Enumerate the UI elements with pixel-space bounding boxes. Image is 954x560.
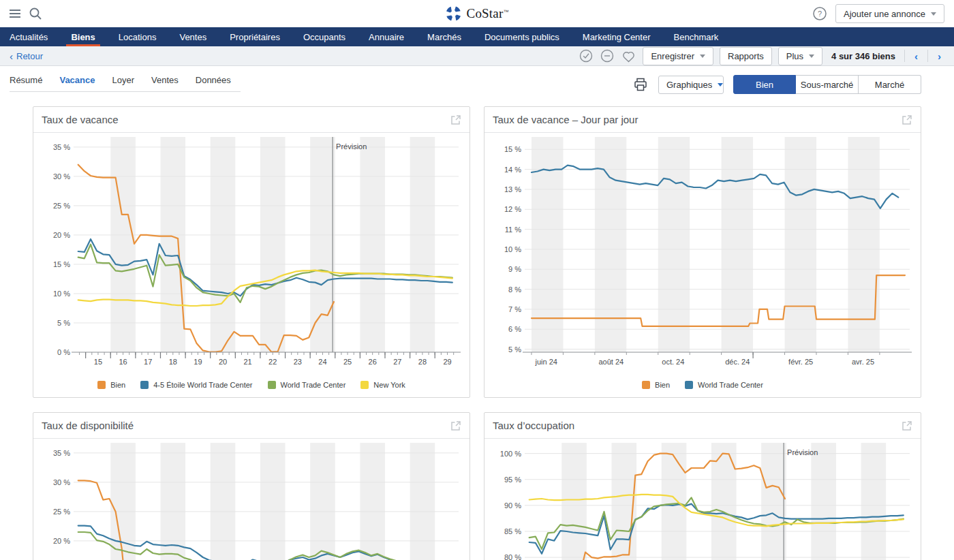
svg-text:24: 24 xyxy=(318,358,326,366)
svg-text:26: 26 xyxy=(369,358,377,366)
chart-title: Taux de disponibilité xyxy=(42,420,134,431)
nav-item-proprietaires[interactable]: Propriétaires xyxy=(218,27,292,46)
chevron-down-icon xyxy=(809,55,814,58)
nav-item-ventes[interactable]: Ventes xyxy=(168,27,218,46)
svg-text:17: 17 xyxy=(144,358,152,366)
svg-text:10 %: 10 % xyxy=(504,245,521,253)
panel-taux-occupation: Taux d’occupation 65 %70 %75 %80 %85 %90… xyxy=(484,412,921,560)
legend-label: Bien xyxy=(655,381,670,389)
tabs-row: Résumé Vacance Loyer Ventes Données Grap… xyxy=(0,66,954,98)
scope-segmented-control: Bien Sous-marché Marché xyxy=(733,75,921,94)
legend-item[interactable]: Bien xyxy=(642,381,670,389)
svg-text:30 %: 30 % xyxy=(53,172,70,181)
svg-text:19: 19 xyxy=(194,358,202,366)
expand-external-link-icon[interactable] xyxy=(902,420,912,431)
expand-external-link-icon[interactable] xyxy=(902,114,912,125)
svg-text:5 %: 5 % xyxy=(57,319,70,327)
svg-text:9 %: 9 % xyxy=(508,265,521,273)
tab-loyer[interactable]: Loyer xyxy=(112,75,134,85)
chevron-left-icon: ‹ xyxy=(10,51,13,61)
chevron-down-icon xyxy=(700,55,705,58)
svg-text:7 %: 7 % xyxy=(508,305,521,313)
charts-grid: Taux de vacance 0 %5 %10 %15 %20 %25 %30… xyxy=(0,98,954,560)
nav-item-biens[interactable]: Biens xyxy=(59,27,106,46)
chart-legend: Bien4-5 Étoile World Trade CenterWorld T… xyxy=(33,374,470,396)
nav-item-benchmark[interactable]: Benchmark xyxy=(662,27,730,46)
svg-text:Prévision: Prévision xyxy=(336,142,367,151)
segment-marche[interactable]: Marché xyxy=(859,75,921,94)
confirm-circle-icon[interactable] xyxy=(579,48,594,63)
divider xyxy=(927,50,928,62)
legend-item[interactable]: World Trade Center xyxy=(268,381,346,389)
svg-text:21: 21 xyxy=(244,358,252,366)
expand-external-link-icon[interactable] xyxy=(450,114,461,125)
record-toolbar: ‹ Retour Enregistrer Rapports Plus xyxy=(0,46,954,66)
reports-button[interactable]: Rapports xyxy=(720,47,772,65)
svg-text:16: 16 xyxy=(119,358,127,366)
costar-logo-mark xyxy=(446,5,462,22)
panel-taux-de-vacance: Taux de vacance 0 %5 %10 %15 %20 %25 %30… xyxy=(33,106,470,398)
back-link[interactable]: ‹ Retour xyxy=(10,51,43,61)
nav-item-marches[interactable]: Marchés xyxy=(416,27,473,46)
more-button[interactable]: Plus xyxy=(778,47,822,65)
exclude-circle-icon[interactable] xyxy=(600,48,615,63)
tab-resume[interactable]: Résumé xyxy=(10,75,42,85)
vacancy-rate-chart: 0 %5 %10 %15 %20 %25 %30 %35 %Prévision1… xyxy=(33,134,470,371)
next-record-button[interactable]: › xyxy=(934,51,944,61)
nav-item-actualites[interactable]: Actualités xyxy=(10,27,59,46)
svg-text:20: 20 xyxy=(219,358,227,366)
favorite-heart-icon[interactable] xyxy=(621,49,636,63)
legend-label: New York xyxy=(373,381,405,389)
expand-external-link-icon[interactable] xyxy=(450,420,461,431)
nav-item-documents-publics[interactable]: Documents publics xyxy=(473,27,571,46)
search-icon[interactable] xyxy=(29,7,42,20)
svg-text:10 %: 10 % xyxy=(53,290,70,298)
nav-item-marketing-center[interactable]: Marketing Center xyxy=(571,27,662,46)
nav-item-locations[interactable]: Locations xyxy=(107,27,168,46)
segment-bien[interactable]: Bien xyxy=(733,75,796,94)
help-icon[interactable]: ? xyxy=(812,6,827,21)
panel-taux-de-disponibilite: Taux de disponibilité 0 %5 %10 %15 %20 %… xyxy=(33,412,470,560)
previous-record-button[interactable]: ‹ xyxy=(911,51,921,61)
svg-text:35 %: 35 % xyxy=(53,143,70,151)
add-listing-button[interactable]: Ajouter une annonce xyxy=(835,4,944,23)
segment-sous-marche[interactable]: Sous-marché xyxy=(796,75,859,94)
brand-name: CoStar xyxy=(467,6,504,20)
costar-logo: CoStar™ xyxy=(446,5,509,22)
save-button[interactable]: Enregistrer xyxy=(643,47,713,65)
svg-text:95 %: 95 % xyxy=(504,476,521,484)
nav-item-occupants[interactable]: Occupants xyxy=(292,27,357,46)
svg-text:12 %: 12 % xyxy=(504,205,521,213)
svg-text:8 %: 8 % xyxy=(508,285,521,294)
svg-text:28: 28 xyxy=(418,358,427,366)
legend-color-chip xyxy=(140,381,149,389)
legend-color-chip xyxy=(360,381,369,389)
nav-item-annuaire[interactable]: Annuaire xyxy=(357,27,416,46)
legend-label: Bien xyxy=(110,381,125,389)
legend-item[interactable]: World Trade Center xyxy=(685,381,763,389)
charts-dropdown[interactable]: Graphiques xyxy=(658,76,724,94)
tab-vacance[interactable]: Vacance xyxy=(59,75,95,85)
legend-item[interactable]: New York xyxy=(360,381,405,389)
tab-donnees[interactable]: Données xyxy=(196,75,231,85)
legend-item[interactable]: Bien xyxy=(97,381,125,389)
reports-label: Rapports xyxy=(728,51,764,61)
add-listing-label: Ajouter une annonce xyxy=(844,9,925,19)
svg-text:85 %: 85 % xyxy=(504,527,521,535)
svg-text:août 24: août 24 xyxy=(598,358,624,366)
svg-text:25 %: 25 % xyxy=(53,508,70,516)
svg-text:11 %: 11 % xyxy=(505,225,521,234)
main-nav: Actualités Biens Locations Ventes Propri… xyxy=(0,27,954,46)
svg-text:déc. 24: déc. 24 xyxy=(725,358,750,366)
chart-title: Taux de vacance – Jour par jour xyxy=(493,114,638,125)
daily-vacancy-rate-chart: 5 %6 %7 %8 %9 %10 %11 %12 %13 %14 %15 %j… xyxy=(484,134,921,371)
print-icon[interactable] xyxy=(632,76,649,93)
tab-ventes[interactable]: Ventes xyxy=(151,75,179,85)
legend-label: World Trade Center xyxy=(281,381,346,389)
menu-icon[interactable] xyxy=(10,9,22,18)
svg-text:14 %: 14 % xyxy=(504,166,521,174)
back-label: Retour xyxy=(16,51,43,61)
legend-item[interactable]: 4-5 Étoile World Trade Center xyxy=(140,381,252,389)
svg-text:23: 23 xyxy=(294,358,302,366)
chart-title: Taux d’occupation xyxy=(493,420,574,431)
